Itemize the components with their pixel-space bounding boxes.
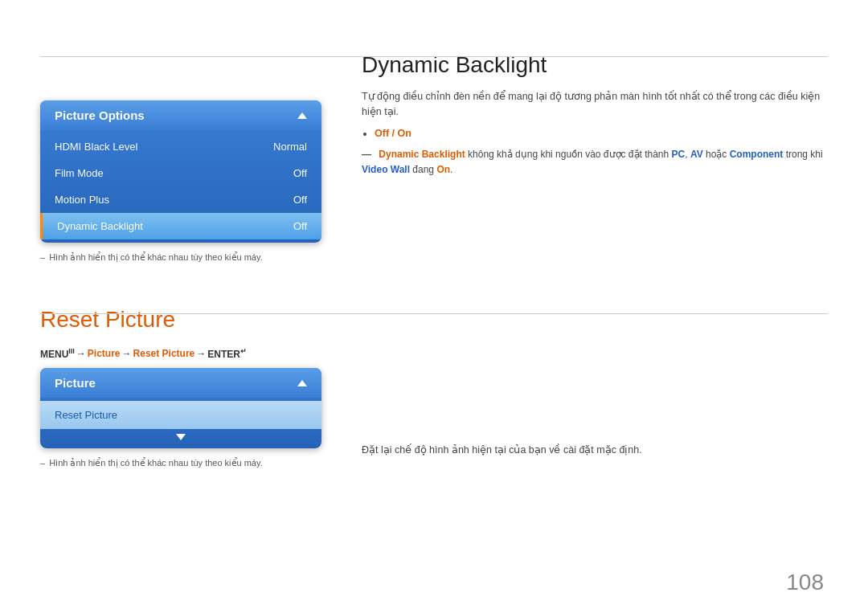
note-on: On [436,164,450,175]
nav-arrow-1: → [76,348,86,359]
picture-arrow-up-icon [297,380,307,386]
picture-panel-header: Picture [40,368,321,398]
note-dynamic-backlight: Dynamic Backlight [379,149,465,160]
nav-picture: Picture [88,348,121,359]
off-on-highlight: Off / On [375,128,411,139]
nav-enter: ENTER↵ [207,347,247,360]
note-dang: đang [410,164,436,175]
reset-picture-section: Reset Picture MENUIII → Picture → Reset … [40,307,321,468]
reset-picture-item[interactable]: Reset Picture [40,401,321,429]
menu-item-motion-value: Off [293,194,307,206]
note-video-wall: Video Wall [362,164,410,175]
arrow-up-icon [297,112,307,119]
menu-item-dynamic-value: Off [293,220,307,232]
note-hoac: hoặc [703,149,730,160]
menu-item-dynamic[interactable]: Dynamic Backlight Off [40,213,321,239]
reset-picture-label: Reset Picture [55,409,117,421]
mid-divider [40,313,828,314]
reset-picture-description: Đặt lại chế độ hình ảnh hiện tại của bạn… [362,443,828,458]
menu-item-hdmi-label: HDMI Black Level [55,141,137,153]
top-divider [40,56,828,57]
menu-item-film[interactable]: Film Mode Off [40,160,321,186]
dynamic-backlight-desc: Tự động điều chỉnh đèn nền để mang lại đ… [362,89,828,120]
note-component: Component [730,149,784,160]
dynamic-backlight-description: Dynamic Backlight Tự động điều chỉnh đèn… [362,52,828,178]
panel-header: Picture Options [40,100,321,130]
note-comma1: , [685,149,690,160]
picture-menu-items: Reset Picture [40,398,321,448]
menu-item-dynamic-label: Dynamic Backlight [57,220,143,232]
page-number: 108 [786,570,824,595]
reset-picture-heading: Reset Picture [40,307,321,333]
menu-item-film-label: Film Mode [55,167,104,179]
panel-title: Picture Options [55,108,145,122]
menu-item-hdmi[interactable]: HDMI Black Level Normal [40,133,321,160]
menu-item-motion-label: Motion Plus [55,194,109,206]
right-column: Dynamic Backlight Tự động điều chỉnh đèn… [346,32,828,589]
picture-options-section: Picture Options HDMI Black Level Normal … [40,100,321,263]
menu-item-hdmi-value: Normal [273,141,307,153]
picture-arrow-down-icon [176,434,186,440]
picture-panel: Picture Reset Picture [40,368,321,448]
picture-panel-title: Picture [55,376,96,390]
note-trong: trong khi [783,149,822,160]
bullet-list: Off / On [375,128,828,139]
nav-reset: Reset Picture [133,348,195,359]
menu-item-motion[interactable]: Motion Plus Off [40,186,321,213]
note-pc: PC [672,149,686,160]
menu-nav-line: MENUIII → Picture → Reset Picture → ENTE… [40,347,321,360]
bullet-off-on: Off / On [375,128,828,139]
picture-options-panel: Picture Options HDMI Black Level Normal … [40,100,321,243]
nav-arrow-2: → [122,348,132,359]
reset-picture-desc: Đặt lại chế độ hình ảnh hiện tại của bạn… [362,443,828,458]
nav-arrow-3: → [196,348,206,359]
bottom-note: Hình ảnh hiển thị có thể khác nhau tùy t… [40,458,321,468]
menu-items-list: HDMI Black Level Normal Film Mode Off Mo… [40,130,321,243]
top-note: Hình ảnh hiển thị có thể khác nhau tùy t… [40,252,321,263]
left-column: Picture Options HDMI Black Level Normal … [40,32,346,589]
note-av: AV [690,149,703,160]
menu-item-film-value: Off [293,167,307,179]
note-end: . [450,164,452,175]
nav-menu: MENUIII [40,347,75,360]
dynamic-note: — Dynamic Backlight không khả dụng khi n… [362,147,828,178]
note-middle: không khả dụng khi nguồn vào được đặt th… [465,149,672,160]
